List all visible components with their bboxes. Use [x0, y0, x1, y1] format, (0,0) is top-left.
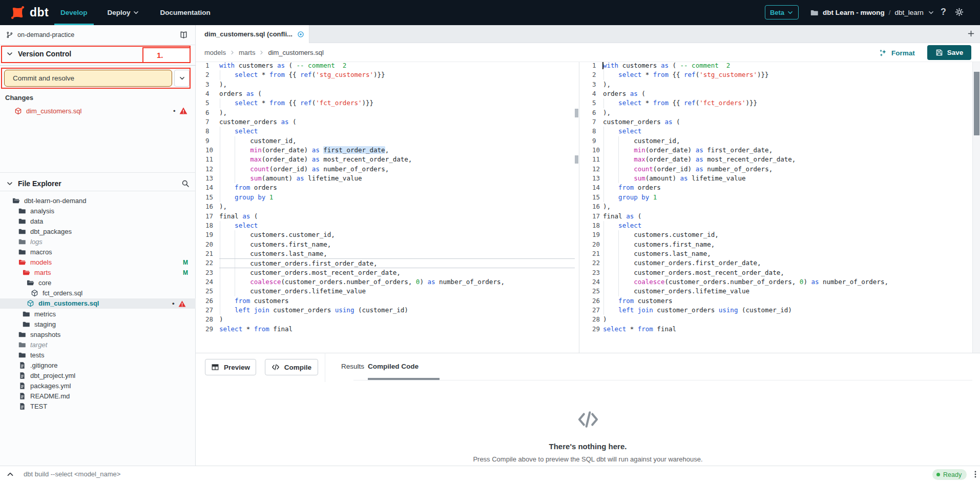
code-line[interactable]: customers.customer_id, [219, 230, 575, 239]
breadcrumb-item[interactable]: marts [239, 49, 256, 56]
code-line[interactable]: max(order_date) as most_recent_order_dat… [219, 155, 575, 164]
tree-item-marts[interactable]: martsM [0, 268, 196, 278]
tree-item-analysis[interactable]: analysis [0, 206, 196, 216]
code-line[interactable]: select * from final [219, 325, 575, 334]
beta-button[interactable]: Beta [765, 5, 799, 19]
code-line[interactable]: group by 1 [219, 193, 575, 202]
code-line[interactable]: ) [219, 315, 575, 324]
code-line[interactable]: customer_orders as ( [219, 117, 575, 127]
code-line[interactable]: customers.first_name, [219, 240, 575, 249]
code-line[interactable]: customer_orders.first_order_date, [219, 258, 575, 268]
scrollbar-mark[interactable] [575, 155, 578, 164]
project-breadcrumb[interactable]: dbt Learn - mwong / dbt_learn [810, 0, 934, 25]
code-line[interactable]: ), [603, 80, 972, 89]
chevron-up-icon[interactable] [6, 470, 14, 478]
commit-dropdown-button[interactable] [174, 70, 190, 87]
tree-item-dbt_packages[interactable]: dbt_packages [0, 226, 196, 236]
code-line[interactable]: min(order_date) as first_order_date, [219, 146, 575, 155]
code-line[interactable]: left join customer_orders using (custome… [603, 306, 972, 315]
right-code-pane[interactable]: with customers as ( -- comment 2 select … [603, 61, 972, 334]
tree-item-tests[interactable]: tests [0, 350, 196, 360]
code-line[interactable]: count(order_id) as number_of_orders, [603, 165, 972, 174]
tree-item-dbt_project.yml[interactable]: dbt_project.yml [0, 371, 196, 381]
code-line[interactable]: customers.customer_id, [603, 230, 972, 239]
left-code-pane[interactable]: with customers as ( -- comment 2 select … [219, 61, 575, 334]
code-line[interactable]: from customers [219, 296, 575, 306]
help-button[interactable]: ? [941, 7, 946, 17]
code-line[interactable]: select [219, 221, 575, 230]
code-line[interactable]: ), [603, 202, 972, 211]
code-line[interactable]: final as ( [603, 212, 972, 221]
open-file-tab[interactable]: dim_customers.sql (confli... [196, 25, 309, 43]
code-line[interactable]: select * from {{ ref('stg_customers')}} [603, 70, 972, 79]
code-line[interactable]: count(order_id) as number_of_orders, [219, 165, 575, 174]
code-line[interactable]: coalesce(customer_orders.number_of_order… [603, 277, 972, 287]
search-icon[interactable] [181, 179, 190, 188]
branch-row[interactable]: on-demand-practice [0, 25, 196, 45]
results-tab-compiled-code[interactable]: Compiled Code [368, 363, 419, 370]
code-line[interactable]: group by 1 [603, 193, 972, 202]
code-line[interactable]: select [603, 221, 972, 230]
code-line[interactable]: select * from {{ ref('stg_customers')}} [219, 70, 575, 79]
code-line[interactable]: from orders [603, 183, 972, 192]
tree-item-macros[interactable]: macros [0, 247, 196, 257]
tree-item-core[interactable]: core [0, 278, 196, 288]
changed-file-row[interactable]: dim_customers.sql • [0, 105, 196, 116]
tree-item-test[interactable]: TEST [0, 401, 196, 412]
gear-icon[interactable] [955, 8, 964, 16]
code-line[interactable]: customer_id, [603, 136, 972, 146]
code-line[interactable]: customer_orders.lifetime_value [603, 287, 972, 296]
code-line[interactable]: left join customer_orders using (custome… [219, 306, 575, 315]
tree-item-data[interactable]: data [0, 216, 196, 226]
code-line[interactable]: select [219, 127, 575, 136]
code-line[interactable]: from customers [603, 296, 972, 306]
tree-item-models[interactable]: modelsM [0, 257, 196, 268]
code-line[interactable]: select * from {{ ref('fct_orders')}} [219, 98, 575, 108]
code-line[interactable]: ), [603, 108, 972, 117]
tree-item-metrics[interactable]: metrics [0, 309, 196, 319]
tree-item-dbt-learn-on-demand[interactable]: dbt-learn-on-demand [0, 195, 196, 206]
code-line[interactable]: max(order_date) as most_recent_order_dat… [603, 155, 972, 164]
scrollbar-mark[interactable] [575, 109, 578, 117]
docs-book-icon[interactable] [179, 31, 188, 39]
code-line[interactable]: select * from {{ ref('fct_orders')}} [603, 98, 972, 108]
breadcrumb-item[interactable]: models [204, 49, 226, 56]
compile-button[interactable]: Compile [265, 359, 318, 375]
breadcrumb-item[interactable]: dim_customers.sql [268, 49, 323, 56]
code-line[interactable]: ), [219, 202, 575, 211]
code-line[interactable]: from orders [219, 183, 575, 192]
code-line[interactable]: customer_orders.lifetime_value [219, 287, 575, 296]
version-control-header[interactable]: Version Control [6, 50, 71, 58]
code-line[interactable]: customer_orders as ( [603, 117, 972, 127]
save-button[interactable]: Save [927, 45, 971, 60]
code-line[interactable]: select [603, 127, 972, 136]
code-line[interactable]: ), [219, 108, 575, 117]
tree-item-staging[interactable]: staging [0, 319, 196, 329]
tree-item-logs[interactable]: logs [0, 236, 196, 247]
code-line[interactable]: orders as ( [219, 89, 575, 98]
commit-and-resolve-button[interactable]: Commit and resolve [4, 70, 172, 87]
code-line[interactable]: with customers as ( -- comment 2 [603, 61, 972, 70]
code-line[interactable]: orders as ( [603, 89, 972, 98]
code-line[interactable]: ), [219, 80, 575, 89]
code-line[interactable]: customers.last_name, [603, 249, 972, 258]
results-tab-results[interactable]: Results [341, 363, 364, 370]
tree-item-snapshots[interactable]: snapshots [0, 329, 196, 339]
tree-item-target[interactable]: target [0, 339, 196, 350]
kebab-menu-icon[interactable] [971, 470, 979, 478]
code-line[interactable]: min(order_date) as first_order_date, [603, 146, 972, 155]
tree-item-.gitignore[interactable]: .gitignore [0, 360, 196, 371]
format-button[interactable]: Format [879, 47, 915, 59]
preview-button[interactable]: Preview [205, 359, 256, 375]
code-line[interactable]: select * from final [603, 325, 972, 334]
code-line[interactable]: customer_id, [219, 136, 575, 146]
code-line[interactable]: customers.first_name, [603, 240, 972, 249]
nav-tab-develop[interactable]: Develop [60, 0, 88, 25]
code-line[interactable]: final as ( [219, 212, 575, 221]
code-line[interactable]: sum(amount) as lifetime_value [219, 174, 575, 183]
tree-item-readme.md[interactable]: README.md [0, 391, 196, 401]
code-line[interactable]: customer_orders.first_order_date, [603, 258, 972, 268]
nav-tab-documentation[interactable]: Documentation [160, 0, 211, 25]
command-input-hint[interactable]: dbt build --select <model_name> [24, 470, 120, 478]
tree-item-dim_customers.sql[interactable]: dim_customers.sql• [0, 298, 196, 309]
